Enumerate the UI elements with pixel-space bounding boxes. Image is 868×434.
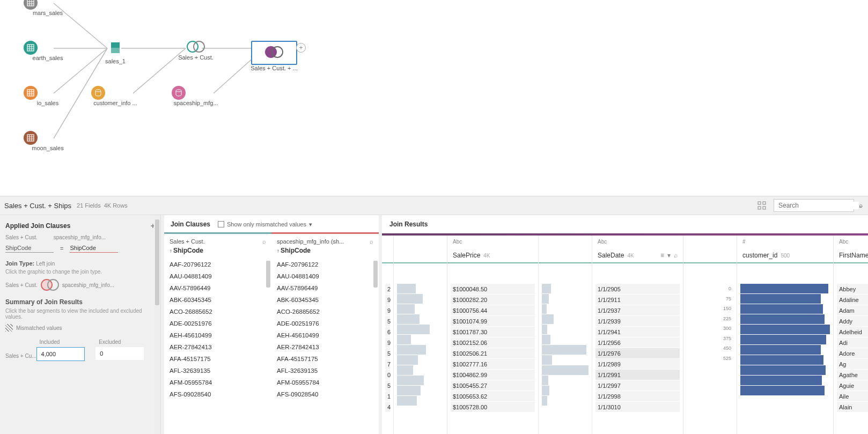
cell[interactable]: $1002506.21 <box>451 348 535 358</box>
included-value[interactable]: 4,000 <box>36 347 85 361</box>
cell[interactable]: $1000282.20 <box>451 295 535 305</box>
expand-caret-icon[interactable]: ⌄ <box>858 202 864 209</box>
results-col-FirstName[interactable]: AbcFirstName485AbbeyAdalineAdamAddyAdelh… <box>834 236 868 434</box>
clause-field2[interactable]: ShipCode <box>70 244 118 253</box>
join-col-right: spaceship_mfg_info (sh...⌕ ↑ShipCode AAF… <box>271 232 379 434</box>
show-mismatched-checkbox[interactable]: Show only mismatched values ▾ <box>218 221 312 228</box>
join-type-diagram[interactable]: Sales + Cust. spaceship_mfg_info... <box>5 279 155 291</box>
cell[interactable]: $1005728.00 <box>451 402 535 412</box>
search-icon[interactable]: ⌕ <box>370 238 373 245</box>
cell[interactable]: $1004862.99 <box>451 370 535 380</box>
flow-canvas[interactable]: mars_salesearth_salesio_salesmoon_saless… <box>0 0 868 196</box>
list-item[interactable]: AER-27842413 <box>271 341 379 353</box>
list-item[interactable]: AFL-32639135 <box>164 365 271 377</box>
cell[interactable]: $1001074.99 <box>451 316 535 326</box>
cell[interactable]: Adore <box>837 348 868 358</box>
join-results-panel: Join Results 299569570514AbcSalePrice4K$… <box>382 215 868 434</box>
list-item[interactable]: AAU-04881409 <box>164 270 271 282</box>
svg-rect-5 <box>27 45 34 51</box>
cell[interactable]: Aguie <box>837 380 868 391</box>
list-item[interactable]: AAV-57896449 <box>164 282 271 294</box>
flow-node-mars_sales[interactable]: mars_sales <box>24 0 72 16</box>
list-item[interactable]: AFA-45157175 <box>271 353 379 365</box>
cell[interactable]: Adi <box>837 337 868 348</box>
cell[interactable]: 1/1/2937 <box>595 305 680 315</box>
cell[interactable]: $1002777.16 <box>451 359 535 369</box>
list-item[interactable]: AFM-05955784 <box>164 377 271 388</box>
search-icon[interactable]: ⌕ <box>674 252 678 259</box>
list-item[interactable]: AFA-45157175 <box>164 353 271 365</box>
results-col-customer_id[interactable]: #customer_id500 <box>737 236 834 434</box>
list-item[interactable]: AEH-45610499 <box>164 329 271 341</box>
list-item[interactable]: AAF-20796122 <box>164 259 271 270</box>
cell[interactable]: 1/1/2956 <box>595 337 680 348</box>
results-col-SaleDate[interactable]: AbcSaleDate4K≡▾⌕1/1/29051/1/29111/1/2937… <box>592 236 683 434</box>
results-col-SalePrice[interactable]: AbcSalePrice4K$1000048.50$1000282.20$100… <box>447 236 539 434</box>
cell[interactable]: 1/1/2997 <box>595 380 680 391</box>
list-item[interactable]: AAF-20796122 <box>271 259 379 270</box>
list-item[interactable]: AFS-09028540 <box>164 388 271 400</box>
caret-down-icon[interactable]: ▾ <box>667 252 671 259</box>
included-label: Included <box>36 337 96 347</box>
list-item[interactable]: ABK-60345345 <box>271 294 379 306</box>
cell[interactable]: Abbey <box>837 284 868 294</box>
cell[interactable]: Addy <box>837 316 868 326</box>
cell[interactable]: 1/1/2989 <box>595 359 680 369</box>
cell[interactable]: 1/1/2939 <box>595 316 680 326</box>
flow-node-spaceship_mfg[interactable]: spaceship_mfg... <box>172 86 220 106</box>
cell[interactable]: Agathe <box>837 370 868 380</box>
list-item[interactable]: ACO-26885652 <box>164 306 271 318</box>
cell[interactable]: $1002152.06 <box>451 337 535 348</box>
cell[interactable]: Adelheid <box>837 327 868 337</box>
list-item[interactable]: AAU-04881409 <box>271 270 379 282</box>
cell[interactable]: 1/1/2941 <box>595 327 680 337</box>
search-input[interactable] <box>778 202 859 209</box>
cell[interactable]: Alain <box>837 402 868 412</box>
cell[interactable]: 1/1/3010 <box>595 402 680 412</box>
flow-node-sales_cust_ships[interactable]: Sales + Cust. + ... <box>250 41 298 71</box>
list-item[interactable]: ACO-26885652 <box>271 306 379 318</box>
cell[interactable]: 1/1/2998 <box>595 391 680 401</box>
flow-node-earth_sales[interactable]: earth_sales <box>24 41 72 61</box>
search-box[interactable]: ⌕ <box>774 199 854 212</box>
clause-field1[interactable]: ShipCode <box>5 244 54 253</box>
flow-node-customer_info[interactable]: customer_info ... <box>91 86 139 106</box>
search-icon[interactable]: ⌕ <box>262 238 266 245</box>
cell[interactable]: Ag <box>837 359 868 369</box>
list-item[interactable]: ADE-00251976 <box>164 318 271 329</box>
join-clause-row[interactable]: ShipCode = ShipCode <box>5 244 155 253</box>
list-item[interactable]: AEH-45610499 <box>271 329 379 341</box>
list-item[interactable]: AER-27842413 <box>164 341 271 353</box>
cell[interactable]: $1005455.27 <box>451 380 535 391</box>
list-item[interactable]: AFM-05955784 <box>271 377 379 388</box>
add-step-button[interactable]: + <box>296 43 306 53</box>
cell[interactable]: $1005653.62 <box>451 391 535 401</box>
svg-rect-22 <box>758 202 761 204</box>
cell[interactable]: 1/1/2905 <box>595 284 680 294</box>
flow-node-moon_sales[interactable]: moon_sales <box>24 131 72 151</box>
scrollbar[interactable] <box>266 261 270 288</box>
cell[interactable]: 1/1/2976 <box>595 348 680 358</box>
list-item[interactable]: ADE-00251976 <box>271 318 379 329</box>
join-type-hint: Click the graphic to change the join typ… <box>5 269 155 275</box>
flow-node-io_sales[interactable]: io_sales <box>24 86 72 106</box>
mismatched-legend: Mismatched values <box>5 324 155 332</box>
list-item[interactable]: ABK-60345345 <box>164 294 271 306</box>
flow-node-sales_1[interactable]: sales_1 <box>91 41 139 64</box>
list-item[interactable]: AFL-32639135 <box>271 365 379 377</box>
cell[interactable]: 1/1/2991 <box>595 370 680 380</box>
cell[interactable]: $1000756.44 <box>451 305 535 315</box>
left-scrollbar[interactable] <box>154 215 160 434</box>
scrollbar[interactable] <box>373 261 378 288</box>
sort-icon[interactable]: ≡ <box>660 252 664 259</box>
grid-view-icon[interactable] <box>757 201 766 210</box>
cell[interactable]: $1001787.30 <box>451 327 535 337</box>
cell[interactable]: Aile <box>837 391 868 401</box>
list-item[interactable]: AFS-09028540 <box>271 388 379 400</box>
cell[interactable]: $1000048.50 <box>451 284 535 294</box>
cell[interactable]: Adam <box>837 305 868 315</box>
list-item[interactable]: AAV-57896449 <box>271 282 379 294</box>
cell[interactable]: 1/1/2911 <box>595 295 680 305</box>
cell[interactable]: Adaline <box>837 295 868 305</box>
flow-node-sales_cust[interactable]: Sales + Cust. <box>172 41 220 61</box>
